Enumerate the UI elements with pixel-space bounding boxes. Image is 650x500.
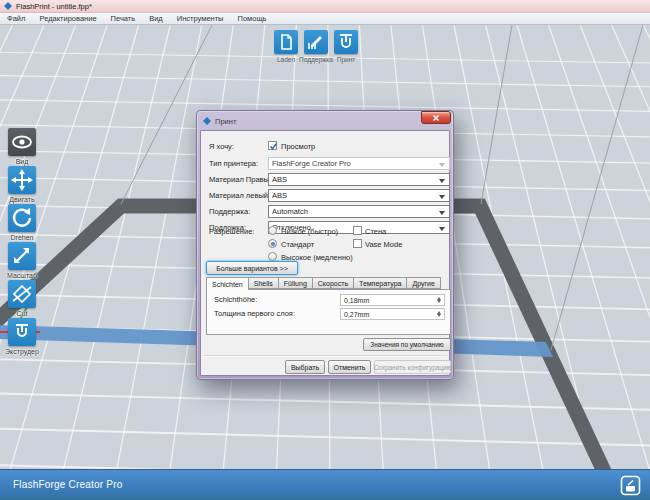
material-right-select[interactable]: ABS	[268, 173, 450, 186]
layer-height-spinner[interactable]: 0,18mm	[340, 294, 445, 306]
spin-down-icon	[437, 300, 441, 303]
move-label: Двигать	[0, 196, 53, 203]
cancel-button[interactable]: Отменить	[328, 360, 371, 374]
support-edit-icon	[304, 30, 328, 54]
print-button[interactable]	[334, 30, 358, 54]
material-left-label: Материал левый:	[209, 191, 270, 200]
dialog-body: Я хочу: Просмотр Тип принтера: FlashForg…	[200, 130, 450, 376]
radio-standard[interactable]	[268, 239, 277, 248]
dialog-close-button[interactable]	[421, 111, 451, 124]
radio-low[interactable]	[268, 226, 277, 235]
supports-select[interactable]: Automatch	[268, 205, 450, 218]
more-options-button[interactable]: Больше вариантов >>	[206, 261, 298, 275]
tab-temperature[interactable]: Температура	[354, 277, 407, 289]
radio-standard-label: Стандарт	[281, 240, 314, 249]
flashprint-logo-icon	[4, 2, 12, 10]
select-button[interactable]: Выбрать	[285, 360, 325, 374]
menu-view[interactable]: Вид	[142, 13, 170, 24]
settings-tabs: Schichten Shells Füllung Скорость Темпер…	[206, 277, 441, 289]
printer-type-value: FlashForge Creator Pro	[272, 159, 351, 168]
material-right-label: Материал Правый:	[209, 175, 275, 184]
resolution-label: Разрешение:	[209, 227, 254, 236]
extruder-icon	[8, 318, 36, 346]
extruder-button[interactable]	[8, 318, 36, 346]
printer-name: FlashForge Creator Pro	[13, 479, 122, 490]
printer-icon	[620, 475, 641, 496]
dialog-titlebar: Принт	[200, 113, 450, 129]
supports-button[interactable]	[304, 30, 328, 54]
first-layer-label: Толщина первого слоя:	[214, 309, 295, 318]
tab-schichten[interactable]: Schichten	[206, 277, 249, 290]
want-label: Я хочу:	[209, 142, 234, 151]
move-button[interactable]	[8, 166, 36, 194]
material-left-value: ABS	[272, 191, 287, 200]
first-layer-spinner[interactable]: 0,27mm	[340, 308, 445, 320]
material-left-select[interactable]: ABS	[268, 189, 450, 202]
layer-height-label: Schichthöhe:	[214, 295, 257, 304]
titlebar: FlashPrint - untitle.fpp*	[0, 0, 650, 13]
preview-label: Просмотр	[281, 142, 315, 151]
printer-status-button[interactable]	[620, 475, 641, 500]
chevron-down-icon	[439, 163, 445, 167]
print-dialog: Принт Я хочу: Просмотр Тип принтера: Fla…	[196, 110, 454, 380]
menubar: Файл Редактирование Печать Вид Инструмен…	[0, 13, 650, 25]
print-extruder-icon	[334, 30, 358, 54]
vase-mode-checkbox[interactable]	[353, 239, 362, 248]
supports-value: Automatch	[272, 207, 308, 216]
menu-edit[interactable]: Редактирование	[32, 13, 103, 24]
cut-button[interactable]	[8, 280, 36, 308]
radio-low-label: Низкое (быстро)	[281, 227, 338, 236]
statusbar: FlashForge Creator Pro	[0, 469, 650, 500]
check-icon	[269, 142, 278, 151]
tab-fuellung[interactable]: Füllung	[279, 277, 313, 289]
supports-label: Поддержка:	[209, 207, 250, 216]
menu-file[interactable]: Файл	[0, 13, 32, 24]
tab-speed[interactable]: Скорость	[313, 277, 354, 289]
tab-shells[interactable]: Shells	[249, 277, 279, 289]
move-icon	[8, 166, 36, 194]
close-icon	[432, 114, 440, 122]
window-title: FlashPrint - untitle.fpp*	[16, 2, 92, 11]
load-file-icon	[274, 30, 298, 54]
chevron-down-icon	[439, 227, 445, 231]
rotate-label: Drehen	[0, 234, 53, 241]
chevron-down-icon	[439, 179, 445, 183]
app-window: FlashPrint - untitle.fpp* Файл Редактиро…	[0, 0, 650, 500]
scale-label: Масштаб	[0, 272, 53, 279]
footer-separator	[203, 355, 447, 357]
view-button[interactable]	[8, 128, 36, 156]
first-layer-value: 0,27mm	[344, 311, 369, 318]
tab-others[interactable]: Другие	[407, 277, 440, 289]
view-eye-icon	[8, 128, 36, 156]
printer-type-label: Тип принтера:	[209, 159, 258, 168]
menu-tools[interactable]: Инструменты	[170, 13, 231, 24]
menu-help[interactable]: Помощь	[231, 13, 274, 24]
print-label: Принт	[324, 56, 368, 63]
rotate-icon	[8, 204, 36, 232]
cut-label: Cut	[0, 310, 53, 317]
defaults-button[interactable]: Значения по умолчанию	[363, 338, 451, 351]
dialog-title: Принт	[215, 117, 236, 126]
tab-panel: Schichthöhe: 0,18mm Толщина первого слоя…	[206, 289, 451, 335]
view-label: Вид	[0, 158, 53, 165]
radio-high[interactable]	[268, 252, 277, 261]
scale-icon	[8, 242, 36, 270]
layer-height-value: 0,18mm	[344, 297, 369, 304]
menu-print[interactable]: Печать	[104, 13, 143, 24]
rotate-button[interactable]	[8, 204, 36, 232]
material-right-value: ABS	[272, 175, 287, 184]
load-button[interactable]	[274, 30, 298, 54]
chevron-down-icon	[439, 211, 445, 215]
printer-type-select[interactable]: FlashForge Creator Pro	[268, 157, 450, 170]
scale-button[interactable]	[8, 242, 36, 270]
wall-label: Стена	[365, 227, 386, 236]
wall-checkbox[interactable]	[353, 226, 362, 235]
chevron-down-icon	[439, 195, 445, 199]
vase-mode-label: Vase Mode	[365, 240, 402, 249]
flashprint-logo-icon	[203, 117, 211, 125]
cut-icon	[8, 280, 36, 308]
spin-down-icon	[437, 314, 441, 317]
extruder-label: Экструдер	[0, 348, 53, 355]
save-config-button[interactable]: Сохранить конфигурацию	[374, 360, 451, 374]
preview-checkbox[interactable]	[268, 141, 277, 150]
